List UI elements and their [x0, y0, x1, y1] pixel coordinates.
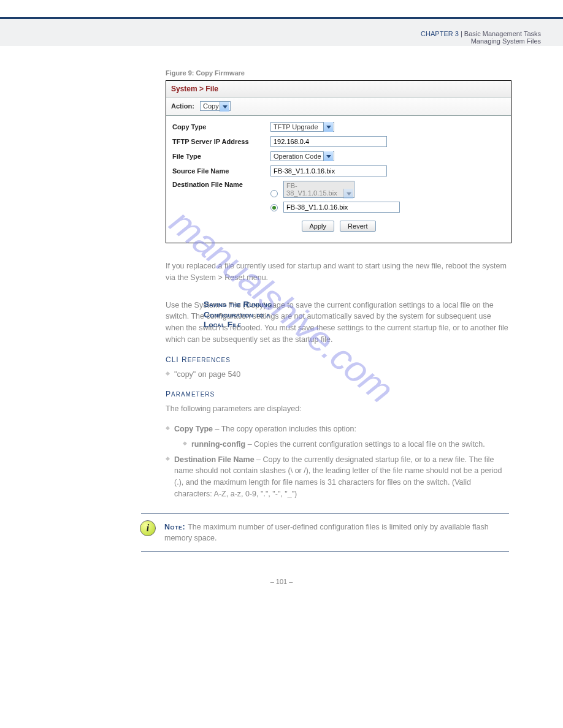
label-tftp-ip: TFTP Server IP Address — [172, 138, 270, 145]
param-list: Copy Type – The copy operation includes … — [166, 423, 509, 500]
tftp-ip-input[interactable] — [270, 136, 387, 147]
chevron-down-icon — [343, 189, 353, 199]
page-header: CHAPTER 3 | Basic Management Tasks Manag… — [0, 24, 563, 30]
panel-action-bar: Action: Copy — [166, 97, 511, 116]
file-type-value: Operation Code — [274, 153, 321, 160]
page-number: – 101 – — [37, 578, 526, 585]
chevron-down-icon[interactable] — [220, 102, 229, 112]
dest-new-input[interactable] — [283, 202, 400, 213]
param-dest-file-lead: Destination File Name — [174, 455, 255, 464]
source-file-input[interactable] — [270, 165, 387, 176]
param-intro: The following parameters are displayed: — [166, 403, 509, 415]
file-copy-panel: System > File Action: Copy Copy Type TFT… — [166, 80, 511, 243]
cli-head-2: EFERENCES — [188, 357, 231, 363]
chapter-right: CHAPTER 3 | Basic Management Tasks Manag… — [421, 30, 541, 45]
panel-body: Copy Type TFTP Upgrade TFTP Server IP Ad… — [166, 116, 511, 243]
cli-head-1: CLI R — [166, 355, 188, 364]
chapter-subtitle: Managing System Files — [471, 37, 541, 45]
row-source-file: Source File Name — [172, 165, 505, 176]
param-running-config-lead: running-config — [191, 440, 245, 449]
note-text: Note: The maximum number of user-defined… — [164, 521, 509, 545]
param-copy-type: Copy Type – The copy operation includes … — [166, 423, 509, 450]
param-head-1: P — [166, 390, 171, 398]
panel-breadcrumb: System > File — [166, 81, 511, 97]
cli-ref-list: "copy" on page 540 — [166, 369, 509, 381]
revert-button[interactable]: Revert — [340, 221, 375, 232]
row-destination-file: Destination File Name FB-38_V1.1.0.15.bi… — [172, 181, 505, 213]
param-running-config-rest: – Copies the current configuration setti… — [245, 440, 485, 449]
subhead-cli-references: CLI REFERENCES — [166, 354, 509, 365]
note-body: The maximum number of user-defined confi… — [164, 523, 489, 543]
param-copy-type-lead: Copy Type — [174, 425, 213, 433]
param-copy-type-rest: – The copy operation includes this optio… — [213, 425, 356, 433]
info-icon: i — [140, 520, 156, 536]
chapter-line1: CHAPTER 3 — [421, 30, 461, 37]
row-tftp-ip: TFTP Server IP Address — [172, 136, 505, 147]
label-copy-type: Copy Type — [172, 123, 270, 131]
chevron-down-icon[interactable] — [323, 122, 333, 132]
row-copy-type: Copy Type TFTP Upgrade — [172, 122, 505, 132]
chapter-left — [22, 30, 24, 37]
destination-options: FB-38_V1.1.0.15.bix — [270, 181, 400, 213]
radio-dest-new[interactable] — [270, 204, 278, 211]
chevron-down-icon[interactable] — [323, 151, 333, 161]
figure-block: Figure 9: Copy Firmware System > File Ac… — [166, 69, 526, 243]
para-replace-reboot: If you replaced a file currently used fo… — [166, 260, 509, 284]
radio-dest-existing[interactable] — [270, 190, 278, 197]
action-label: Action: — [171, 102, 194, 110]
row-file-type: File Type Operation Code — [172, 151, 505, 161]
copy-type-value: TFTP Upgrade — [274, 123, 318, 131]
chapter-num: 3 — [455, 30, 459, 37]
label-destination-file: Destination File Name — [172, 181, 270, 188]
panel-button-row: Apply Revert — [172, 217, 505, 237]
note-block: i Note: The maximum number of user-defin… — [141, 514, 509, 553]
label-source-file: Source File Name — [172, 167, 270, 175]
side-heading-saving: Saving the Running Configuration to a Lo… — [204, 300, 286, 331]
apply-button[interactable]: Apply — [302, 221, 335, 232]
param-head-2: ARAMETERS — [171, 391, 215, 398]
action-value: Copy — [203, 102, 219, 110]
chapter-word: HAPTER — [426, 30, 453, 37]
param-dest-file: Destination File Name – Copy to the curr… — [166, 454, 509, 500]
cli-ref-item: "copy" on page 540 — [166, 369, 509, 381]
body-text: If you replaced a file currently used fo… — [166, 260, 509, 500]
dest-existing-value: FB-38_V1.1.0.15.bix — [286, 182, 337, 197]
note-label: Note: — [164, 523, 188, 531]
figure-caption: Figure 9: Copy Firmware — [166, 69, 526, 77]
chapter-prefix: C — [421, 30, 426, 37]
label-file-type: File Type — [172, 153, 270, 160]
chapter-title: Basic Management Tasks — [464, 30, 541, 37]
subhead-parameters: PARAMETERS — [166, 389, 509, 400]
param-copy-type-sub: running-config – Copies the current conf… — [183, 439, 509, 450]
figure-caption-text: Figure 9: Copy Firmware — [166, 69, 245, 77]
